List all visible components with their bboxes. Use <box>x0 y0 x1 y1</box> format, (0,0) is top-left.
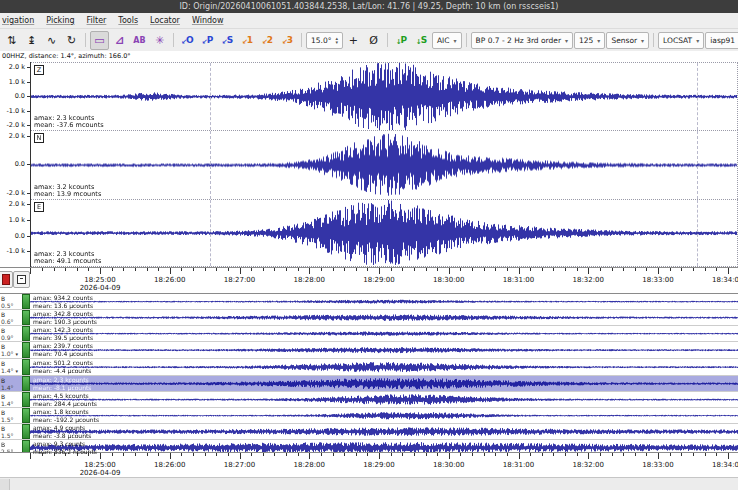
pick-p-button[interactable]: ↙P <box>198 31 217 50</box>
trace-row[interactable]: 2.0 k1.0 k0.0-1.0 k-2.0 kZamax: 2.3 kcou… <box>0 62 738 130</box>
trace-row[interactable]: 2.0 k1.0 k0.0-1.0 kEamax: 2.3 kcountsmea… <box>0 199 738 267</box>
y-axis-label: 0.0 <box>15 232 25 240</box>
waveform-canvas[interactable] <box>30 408 738 423</box>
enable-tab[interactable] <box>22 342 30 358</box>
pick-1-button[interactable]: ↙1 <box>238 31 257 50</box>
enable-tab[interactable] <box>22 392 30 407</box>
trace-plot[interactable]: Zamax: 2.3 kcountsmean: -37.6 mcounts <box>31 62 738 130</box>
sort-traces-button[interactable]: ⇅ <box>2 31 21 50</box>
pick-o-button[interactable]: ↙O <box>178 31 197 50</box>
station-trace[interactable]: amax: 1.8 kcountsmean: -192.2 µcounts <box>30 408 738 423</box>
waveform-canvas[interactable] <box>30 424 738 439</box>
locator-combo[interactable]: LOCSAT▾ <box>658 32 704 49</box>
mean-label: mean: -192.2 µcounts <box>33 416 99 424</box>
station-row[interactable]: B1.4° ▾amax: 501.2 countsmean: -4.4 µcou… <box>0 359 738 376</box>
y-axis-label: -2.0 k <box>6 121 25 129</box>
enable-tab[interactable] <box>22 376 30 391</box>
station-row[interactable]: B1.5°amax: 4.9 countsmean: -3.8 µcounts <box>0 424 738 440</box>
axis-ticks <box>0 268 738 275</box>
station-trace[interactable]: amax: 342.8 countsmean: 190.3 µcounts <box>30 310 738 325</box>
station-row[interactable]: B1.5°amax: 1.8 kcountsmean: -192.2 µcoun… <box>0 408 738 424</box>
menu-item-filter[interactable]: Filter <box>81 16 113 25</box>
station-trace[interactable]: amax: 2.3 kcountsmean: -8.1 µcounts <box>30 376 738 391</box>
y-axis-tick <box>27 111 30 112</box>
waveform-canvas[interactable] <box>30 310 738 325</box>
expander-icon[interactable]: ▾ <box>15 368 18 374</box>
amplitude-measure-button[interactable]: AB <box>130 31 149 50</box>
zoom-combo[interactable]: 125▾ <box>574 32 605 49</box>
waveform-canvas[interactable] <box>30 392 738 407</box>
waveform-canvas[interactable] <box>30 326 738 341</box>
auto-pick-s-button[interactable]: ↓S <box>412 31 431 50</box>
station-trace[interactable]: amax: 501.2 countsmean: -4.4 µcounts <box>30 359 738 375</box>
station-label: B1.4° ▾ <box>0 359 22 375</box>
mean-label: mean: 70.4 µcounts <box>33 350 93 358</box>
station-row[interactable]: B1.4°amax: 4.5 kcountsmean: 284.4 µcount… <box>0 392 738 408</box>
trace-row[interactable]: 2.0 k0.0-2.0 kNamax: 3.2 kcountsmean: 13… <box>0 130 738 198</box>
spin-arrows-icon[interactable]: ▴▾ <box>335 36 338 44</box>
station-row[interactable]: B1.4°amax: 2.3 kcountsmean: -8.1 µcounts <box>0 376 738 392</box>
auto-pick-p-button[interactable]: ↓P <box>392 31 411 50</box>
menu-item-tools[interactable]: Tools <box>112 16 144 25</box>
ruler-toggle-button[interactable]: ▭ <box>90 31 109 50</box>
enable-tab[interactable] <box>22 408 30 423</box>
menu-item-vigation[interactable]: vigation <box>0 16 40 25</box>
waveform-canvas[interactable] <box>30 359 738 375</box>
no-filter-button[interactable]: Ø <box>364 31 383 50</box>
waveform-canvas[interactable] <box>31 131 737 198</box>
y-axis-tick <box>27 251 30 252</box>
station-trace[interactable]: amax: 934.2 countsmean: 13.6 µcounts <box>30 294 738 309</box>
time-tick-label: 18:26:00 <box>154 276 185 284</box>
enable-tab[interactable] <box>22 326 30 341</box>
unit-combo[interactable]: Sensor▾ <box>606 32 649 49</box>
toolbar-separator <box>466 33 467 47</box>
time-marker <box>210 63 211 130</box>
expander-icon[interactable]: ▾ <box>15 351 18 357</box>
earth-model-combo[interactable]: iasp91▾ <box>705 32 738 49</box>
station-row[interactable]: B1.0° ▾amax: 239.7 countsmean: 70.4 µcou… <box>0 342 738 359</box>
y-axis-tick <box>27 204 30 205</box>
waveform-canvas[interactable] <box>30 294 738 309</box>
theoretical-arrivals-button[interactable]: ✳ <box>150 31 169 50</box>
time-marker <box>697 200 698 266</box>
rotation-button[interactable]: ↻ <box>62 31 81 50</box>
waveform-canvas[interactable] <box>31 200 737 266</box>
enable-tab[interactable] <box>22 359 30 375</box>
enable-tab[interactable] <box>22 294 30 309</box>
station-code: B <box>1 425 22 432</box>
station-row[interactable]: B0.6°amax: 342.8 countsmean: 190.3 µcoun… <box>0 310 738 326</box>
pick-3-button[interactable]: ↙3 <box>278 31 297 50</box>
pick-2-button[interactable]: ↙2 <box>258 31 277 50</box>
picker-algorithm-combo[interactable]: AIC▾ <box>432 32 462 49</box>
enable-tab[interactable] <box>22 424 30 439</box>
pick-s-button[interactable]: ↙S <box>218 31 237 50</box>
time-tick-label: 18:27:00 <box>224 276 255 284</box>
amplitude-scale-button[interactable]: ∿ <box>42 31 61 50</box>
polarity-button[interactable]: ⊿ <box>110 31 129 50</box>
time-tick-label: 18:32:00 <box>573 461 604 469</box>
time-marker <box>697 63 698 130</box>
waveform-canvas[interactable] <box>30 342 738 358</box>
station-label: B1.0° ▾ <box>0 342 22 358</box>
auto-s-icon: ↓S <box>416 36 427 45</box>
station-trace[interactable]: amax: 239.7 countsmean: 70.4 µcounts <box>30 342 738 358</box>
rotation-spinbox[interactable]: 15.0°▴▾ <box>306 32 343 49</box>
enable-tab[interactable] <box>22 310 30 325</box>
waveform-canvas[interactable] <box>30 376 738 391</box>
menu-item-picking[interactable]: Picking <box>40 16 80 25</box>
filter-combo[interactable]: BP 0.7 - 2 Hz 3rd order▾ <box>471 32 573 49</box>
station-row[interactable]: B0.5°amax: 934.2 countsmean: 13.6 µcount… <box>0 294 738 310</box>
waveform-canvas[interactable] <box>31 63 737 130</box>
add-station-button[interactable]: + <box>344 31 363 50</box>
trace-plot[interactable]: Namax: 3.2 kcountsmean: 13.9 mcounts <box>31 130 738 198</box>
station-trace[interactable]: amax: 142.3 countsmean: 39.5 µcounts <box>30 326 738 341</box>
station-trace[interactable]: amax: 4.5 kcountsmean: 284.4 µcounts <box>30 392 738 407</box>
station-distance: 1.5° <box>1 432 22 439</box>
time-align-button[interactable]: ↨ <box>22 31 41 50</box>
station-trace[interactable]: amax: 4.9 countsmean: -3.8 µcounts <box>30 424 738 439</box>
station-row[interactable]: B0.9°amax: 142.3 countsmean: 39.5 µcount… <box>0 326 738 342</box>
menu-item-window[interactable]: Window <box>186 16 230 25</box>
menu-item-locator[interactable]: Locator <box>144 16 186 25</box>
trace-stats: amax: 2.3 kcountsmean: -37.6 mcounts <box>34 115 104 129</box>
trace-plot[interactable]: Eamax: 2.3 kcountsmean: 49.1 mcounts <box>31 199 738 267</box>
